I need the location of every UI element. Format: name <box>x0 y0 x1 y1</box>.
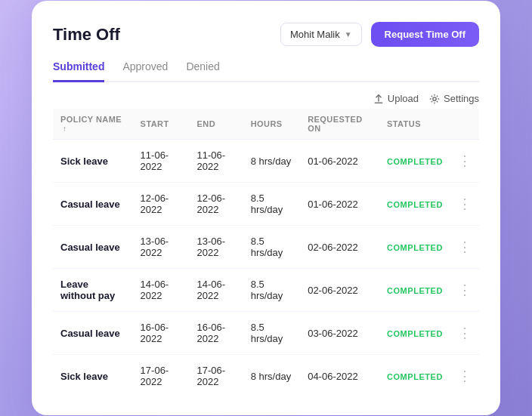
main-card: Time Off Mohit Malik ▼ Request Time Off … <box>32 1 500 415</box>
tab-submitted[interactable]: Submitted <box>53 60 104 82</box>
tabs-bar: Submitted Approved Denied <box>53 60 479 82</box>
end-date: 11-06-2022 <box>190 140 243 183</box>
hours: 8.5 hrs/day <box>243 269 300 312</box>
hours: 8 hrs/day <box>243 355 300 398</box>
chevron-down-icon: ▼ <box>345 30 352 39</box>
hours: 8.5 hrs/day <box>243 183 300 226</box>
status-badge: COMPLETED <box>387 157 443 166</box>
policy-name: Casual leave <box>60 328 120 339</box>
status-badge: COMPLETED <box>387 286 443 295</box>
start-date: 16-06-2022 <box>133 312 190 355</box>
request-time-off-button[interactable]: Request Time Off <box>371 22 479 47</box>
start-date: 13-06-2022 <box>133 226 190 269</box>
col-status: STATUS <box>379 109 450 140</box>
tab-approved[interactable]: Approved <box>122 60 168 82</box>
svg-point-1 <box>433 97 436 100</box>
table-row: Casual leave 12-06-2022 12-06-2022 8.5 h… <box>53 183 479 226</box>
end-date: 17-06-2022 <box>190 355 243 398</box>
table-row: Casual leave 16-06-2022 16-06-2022 8.5 h… <box>53 312 479 355</box>
header-right: Mohit Malik ▼ Request Time Off <box>280 22 479 47</box>
toolbar: Upload Settings <box>53 93 479 104</box>
table-row: Leave without pay 14-06-2022 14-06-2022 … <box>53 269 479 312</box>
requested-on: 03-06-2022 <box>300 312 379 355</box>
upload-icon <box>373 94 384 104</box>
user-selector[interactable]: Mohit Malik ▼ <box>280 23 362 46</box>
settings-button[interactable]: Settings <box>429 93 479 104</box>
upload-button[interactable]: Upload <box>373 93 419 104</box>
col-policy-name: POLICY NAME ↑ <box>53 109 133 140</box>
row-menu-button[interactable]: ⋮ <box>450 226 479 269</box>
col-end: END <box>190 109 243 140</box>
status-badge: COMPLETED <box>387 329 443 338</box>
table-row: Sick leave 11-06-2022 11-06-2022 8 hrs/d… <box>53 140 479 183</box>
policy-name: Sick leave <box>60 371 108 382</box>
end-date: 12-06-2022 <box>190 183 243 226</box>
page-title: Time Off <box>53 25 120 45</box>
policy-name: Casual leave <box>60 199 120 210</box>
row-menu-button[interactable]: ⋮ <box>450 183 479 226</box>
row-menu-button[interactable]: ⋮ <box>450 312 479 355</box>
settings-icon <box>429 94 440 104</box>
col-actions <box>450 109 479 140</box>
requested-on: 01-06-2022 <box>300 140 379 183</box>
start-date: 14-06-2022 <box>133 269 190 312</box>
policy-name: Casual leave <box>60 242 120 253</box>
col-hours: HOURS <box>243 109 300 140</box>
col-start: START <box>133 109 190 140</box>
col-requested-on: REQUESTED ON <box>300 109 379 140</box>
status-badge: COMPLETED <box>387 243 443 252</box>
row-menu-button[interactable]: ⋮ <box>450 140 479 183</box>
requested-on: 02-06-2022 <box>300 269 379 312</box>
end-date: 14-06-2022 <box>190 269 243 312</box>
tab-denied[interactable]: Denied <box>186 60 219 82</box>
user-name: Mohit Malik <box>290 29 340 40</box>
row-menu-button[interactable]: ⋮ <box>450 269 479 312</box>
status-badge: COMPLETED <box>387 200 443 209</box>
start-date: 17-06-2022 <box>133 355 190 398</box>
start-date: 12-06-2022 <box>133 183 190 226</box>
hours: 8 hrs/day <box>243 140 300 183</box>
policy-name: Sick leave <box>60 156 108 167</box>
start-date: 11-06-2022 <box>133 140 190 183</box>
time-off-table: POLICY NAME ↑ START END HOURS REQUESTED … <box>53 109 479 397</box>
header: Time Off Mohit Malik ▼ Request Time Off <box>53 22 479 47</box>
hours: 8.5 hrs/day <box>243 226 300 269</box>
table-row: Sick leave 17-06-2022 17-06-2022 8 hrs/d… <box>53 355 479 398</box>
requested-on: 01-06-2022 <box>300 183 379 226</box>
policy-name: Leave without pay <box>60 279 115 301</box>
requested-on: 04-06-2022 <box>300 355 379 398</box>
table-row: Casual leave 13-06-2022 13-06-2022 8.5 h… <box>53 226 479 269</box>
status-badge: COMPLETED <box>387 372 443 381</box>
requested-on: 02-06-2022 <box>300 226 379 269</box>
end-date: 13-06-2022 <box>190 226 243 269</box>
end-date: 16-06-2022 <box>190 312 243 355</box>
row-menu-button[interactable]: ⋮ <box>450 355 479 398</box>
hours: 8.5 hrs/day <box>243 312 300 355</box>
